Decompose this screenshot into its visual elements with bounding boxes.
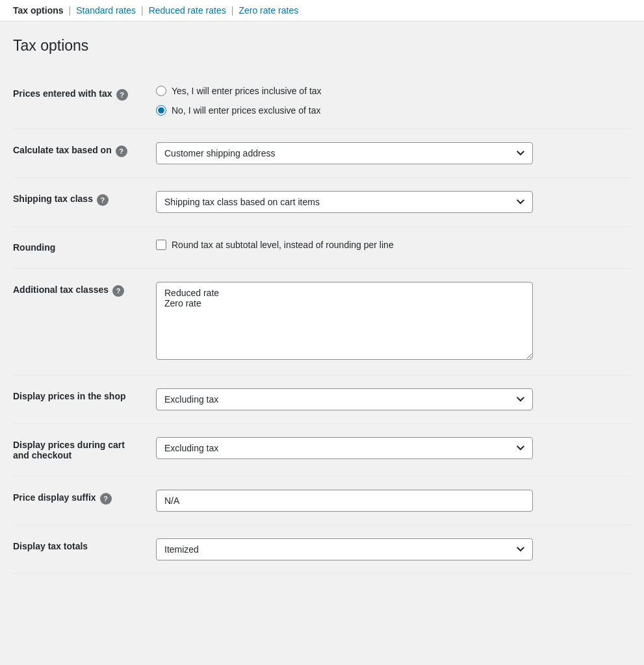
row-shipping-tax-class: Shipping tax class ? Shipping tax class … xyxy=(13,178,631,227)
textarea-additional-tax-classes[interactable]: Reduced rate Zero rate xyxy=(156,282,533,360)
td-shipping-tax-class: Shipping tax class based on cart items S… xyxy=(156,178,631,227)
page-title: Tax options xyxy=(13,37,631,55)
help-icon-shipping-tax[interactable]: ? xyxy=(97,194,109,206)
td-display-prices-shop: Excluding tax Including tax xyxy=(156,375,631,424)
label-additional-tax-classes: Additional tax classes ? xyxy=(13,269,156,375)
help-icon-prices-entered[interactable]: ? xyxy=(116,89,128,101)
nav-sep-3: | xyxy=(231,5,234,16)
row-additional-tax-classes: Additional tax classes ? Reduced rate Ze… xyxy=(13,269,631,375)
row-prices-entered-with-tax: Prices entered with tax ? Yes, I will en… xyxy=(13,73,631,129)
label-price-display-suffix: Price display suffix ? xyxy=(13,477,156,525)
checkbox-rounding-label[interactable]: Round tax at subtotal level, instead of … xyxy=(156,240,631,250)
help-icon-additional-tax[interactable]: ? xyxy=(112,285,124,297)
select-display-tax-totals[interactable]: Itemized As a single total xyxy=(156,538,533,560)
select-shipping-tax-class[interactable]: Shipping tax class based on cart items S… xyxy=(156,191,533,213)
page-wrapper: Tax options | Standard rates | Reduced r… xyxy=(0,0,644,665)
select-display-prices-cart[interactable]: Excluding tax Including tax xyxy=(156,437,533,459)
label-display-prices-shop: Display prices in the shop xyxy=(13,375,156,424)
nav-sep-2: | xyxy=(141,5,144,16)
help-icon-price-suffix[interactable]: ? xyxy=(100,493,112,505)
td-calculate-tax-based-on: Customer shipping address Customer billi… xyxy=(156,129,631,178)
td-display-tax-totals: Itemized As a single total xyxy=(156,525,631,574)
td-display-prices-cart: Excluding tax Including tax xyxy=(156,424,631,477)
help-icon-calculate-tax[interactable]: ? xyxy=(116,145,127,157)
radio-exclusive[interactable]: No, I will enter prices exclusive of tax xyxy=(156,105,631,116)
nav-sep-1: | xyxy=(69,5,71,16)
td-additional-tax-classes: Reduced rate Zero rate xyxy=(156,269,631,375)
radio-group-prices-with-tax: Yes, I will enter prices inclusive of ta… xyxy=(156,86,631,116)
nav-current: Tax options xyxy=(13,5,64,16)
label-display-prices-cart: Display prices during cartand checkout xyxy=(13,424,156,477)
nav-link-zero-rate[interactable]: Zero rate rates xyxy=(238,5,298,16)
row-display-tax-totals: Display tax totals Itemized As a single … xyxy=(13,525,631,574)
radio-inclusive[interactable]: Yes, I will enter prices inclusive of ta… xyxy=(156,86,631,96)
checkbox-rounding-input[interactable] xyxy=(156,240,166,250)
label-rounding: Rounding xyxy=(13,227,156,269)
row-rounding: Rounding Round tax at subtotal level, in… xyxy=(13,227,631,269)
select-calculate-tax-based-on[interactable]: Customer shipping address Customer billi… xyxy=(156,142,533,164)
select-display-prices-shop[interactable]: Excluding tax Including tax xyxy=(156,388,533,410)
td-rounding: Round tax at subtotal level, instead of … xyxy=(156,227,631,269)
radio-inclusive-input[interactable] xyxy=(156,86,166,96)
td-price-display-suffix xyxy=(156,477,631,525)
label-shipping-tax-class: Shipping tax class ? xyxy=(13,178,156,227)
label-prices-entered-with-tax: Prices entered with tax ? xyxy=(13,73,156,129)
content-area: Tax options Prices entered with tax ? Ye… xyxy=(0,21,644,590)
nav-link-standard-rates[interactable]: Standard rates xyxy=(76,5,136,16)
row-calculate-tax-based-on: Calculate tax based on ? Customer shippi… xyxy=(13,129,631,178)
input-price-display-suffix[interactable] xyxy=(156,490,533,512)
row-display-prices-shop: Display prices in the shop Excluding tax… xyxy=(13,375,631,424)
radio-exclusive-input[interactable] xyxy=(156,105,166,116)
top-nav: Tax options | Standard rates | Reduced r… xyxy=(0,0,644,21)
row-display-prices-cart: Display prices during cartand checkout E… xyxy=(13,424,631,477)
form-table: Prices entered with tax ? Yes, I will en… xyxy=(13,73,631,574)
label-display-tax-totals: Display tax totals xyxy=(13,525,156,574)
label-calculate-tax-based-on: Calculate tax based on ? xyxy=(13,129,156,178)
row-price-display-suffix: Price display suffix ? xyxy=(13,477,631,525)
nav-link-reduced-rate[interactable]: Reduced rate rates xyxy=(149,5,226,16)
td-prices-entered-with-tax: Yes, I will enter prices inclusive of ta… xyxy=(156,73,631,129)
